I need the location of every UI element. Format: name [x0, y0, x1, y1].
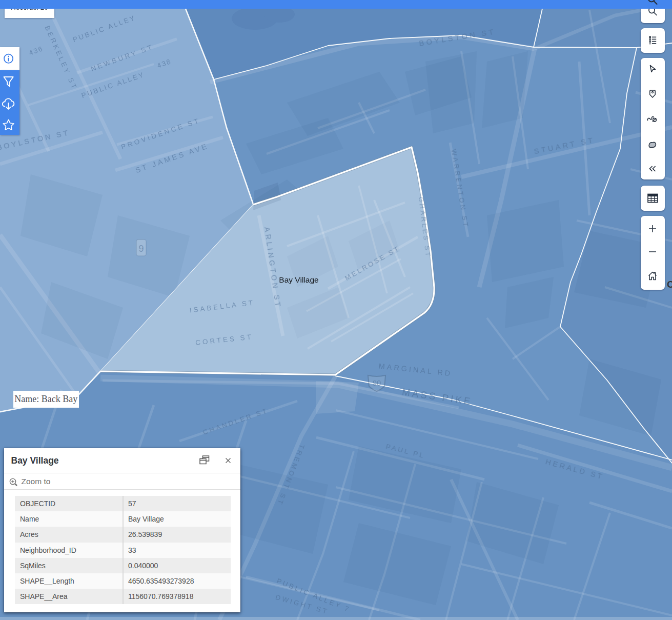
- svg-text:90: 90: [373, 378, 381, 387]
- svg-text:9: 9: [138, 244, 144, 254]
- svg-text:Bay Village: Bay Village: [279, 275, 318, 284]
